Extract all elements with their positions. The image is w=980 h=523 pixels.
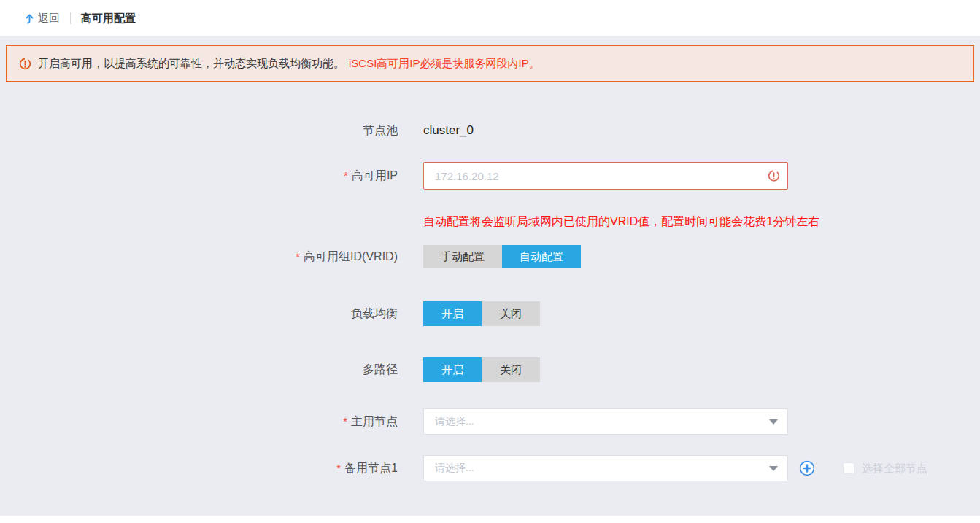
chevron-down-icon bbox=[769, 419, 778, 425]
required-mark: * bbox=[344, 169, 348, 182]
required-mark: * bbox=[296, 250, 300, 263]
field-label-node-pool: 节点池 bbox=[0, 123, 398, 139]
select-all-nodes-option: 选择全部节点 bbox=[843, 462, 927, 476]
ha-ip-input[interactable] bbox=[423, 162, 788, 190]
form-row-primary-node: *主用节点 请选择... bbox=[0, 408, 980, 435]
topbar: 返回 高可用配置 bbox=[0, 0, 980, 36]
alert-message: 开启高可用，以提高系统的可靠性，并动态实现负载均衡功能。 bbox=[38, 57, 344, 71]
form-row-backup-node: *备用节点1 请选择... 选择全部节点 bbox=[0, 455, 980, 481]
form-row-vrid: *高可用组ID(VRID) 手动配置 自动配置 bbox=[0, 245, 980, 268]
load-balance-on-button[interactable]: 开启 bbox=[423, 301, 482, 326]
required-mark: * bbox=[343, 415, 347, 427]
back-button[interactable]: 返回 bbox=[23, 12, 60, 26]
content-area: 开启高可用，以提高系统的可靠性，并动态实现负载均衡功能。 iSCSI高可用IP必… bbox=[0, 36, 980, 516]
chevron-down-icon bbox=[769, 466, 778, 471]
required-mark: * bbox=[336, 462, 341, 474]
alert-banner: 开启高可用，以提高系统的可靠性，并动态实现负载均衡功能。 iSCSI高可用IP必… bbox=[6, 45, 974, 82]
form-row-load-balance: 负载均衡 开启 关闭 bbox=[0, 301, 980, 326]
backup-node-select[interactable]: 请选择... bbox=[423, 455, 788, 481]
select-all-nodes-label: 选择全部节点 bbox=[862, 462, 927, 476]
load-balance-toggle: 开启 关闭 bbox=[423, 301, 540, 326]
error-circle-icon bbox=[768, 170, 780, 182]
multipath-on-button[interactable]: 开启 bbox=[423, 357, 482, 382]
form-row-node-pool: 节点池 cluster_0 bbox=[0, 117, 980, 144]
field-label-primary-node: *主用节点 bbox=[0, 414, 398, 430]
multipath-off-button[interactable]: 关闭 bbox=[482, 357, 540, 382]
back-arrow-icon bbox=[23, 12, 36, 25]
add-backup-node-button[interactable] bbox=[799, 460, 815, 476]
field-label-vrid: *高可用组ID(VRID) bbox=[0, 249, 398, 265]
form-row-ha-ip: *高可用IP bbox=[0, 162, 980, 190]
vrid-auto-button[interactable]: 自动配置 bbox=[502, 245, 581, 268]
load-balance-off-button[interactable]: 关闭 bbox=[482, 301, 540, 326]
field-label-load-balance: 负载均衡 bbox=[0, 306, 398, 322]
field-label-multipath: 多路径 bbox=[0, 363, 398, 378]
node-pool-value: cluster_0 bbox=[423, 123, 474, 138]
warning-circle-icon bbox=[19, 58, 31, 70]
alert-warning-text: iSCSI高可用IP必须是块服务网段内IP。 bbox=[349, 57, 540, 71]
vrid-mode-toggle: 手动配置 自动配置 bbox=[423, 245, 581, 268]
primary-node-placeholder: 请选择... bbox=[435, 415, 474, 428]
vrid-hint-text: 自动配置将会监听局域网内已使用的VRID值，配置时间可能会花费1分钟左右 bbox=[423, 214, 819, 230]
backup-node-placeholder: 请选择... bbox=[435, 462, 474, 475]
back-button-label: 返回 bbox=[38, 12, 60, 26]
form-row-vrid-hint: 自动配置将会监听局域网内已使用的VRID值，配置时间可能会花费1分钟左右 bbox=[0, 214, 980, 229]
multipath-toggle: 开启 关闭 bbox=[423, 357, 540, 382]
field-label-backup-node: *备用节点1 bbox=[0, 461, 398, 476]
vrid-manual-button[interactable]: 手动配置 bbox=[423, 245, 502, 268]
select-all-nodes-checkbox[interactable] bbox=[843, 462, 854, 474]
field-label-ha-ip: *高可用IP bbox=[0, 168, 398, 184]
primary-node-select[interactable]: 请选择... bbox=[423, 408, 788, 435]
form-row-multipath: 多路径 开启 关闭 bbox=[0, 357, 980, 382]
page-title: 高可用配置 bbox=[81, 12, 136, 26]
header-divider bbox=[70, 12, 71, 24]
